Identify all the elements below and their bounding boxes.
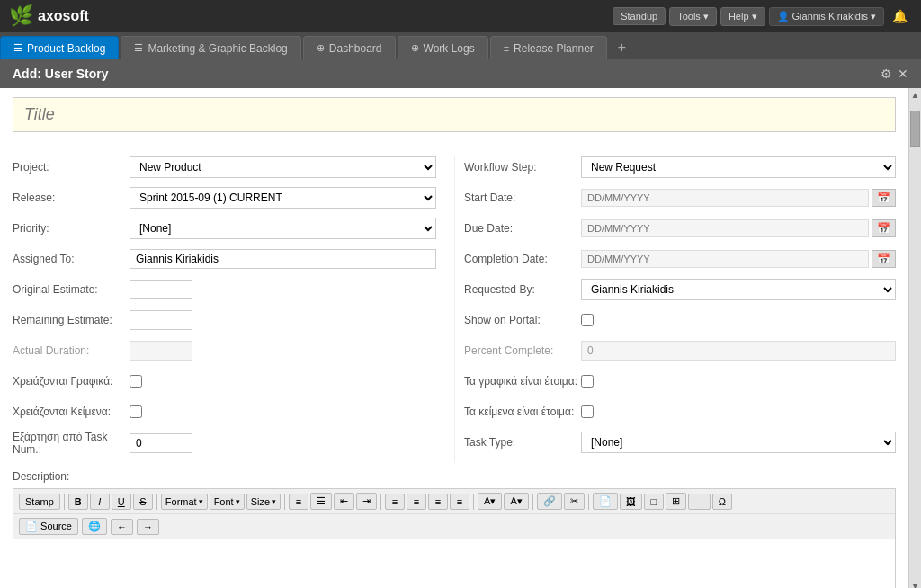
- help-button[interactable]: Help ▾: [720, 7, 765, 26]
- align-left-button[interactable]: ≡: [385, 494, 405, 510]
- settings-icon[interactable]: ⚙: [881, 67, 892, 81]
- tab-dashboard[interactable]: ⊕ Dashboard: [303, 36, 396, 59]
- tab-marketing-backlog[interactable]: ☰ Marketing & Graphic Backlog: [121, 36, 300, 59]
- align-right-button[interactable]: ≡: [450, 494, 469, 510]
- strikethrough-button[interactable]: S: [133, 494, 153, 510]
- χρειαζονται-κειμενα-label: Χρειάζονται Κείμενα:: [13, 405, 130, 418]
- align-justify-button[interactable]: ≡: [428, 494, 448, 510]
- insert-table-button[interactable]: ⊞: [666, 493, 686, 510]
- product-backlog-tab-icon: ☰: [13, 42, 22, 54]
- show-portal-checkbox[interactable]: [581, 314, 594, 326]
- χρειαζονται-γραφικα-checkbox[interactable]: [130, 375, 142, 388]
- insert-line-button[interactable]: —: [688, 494, 711, 510]
- remaining-estimate-input[interactable]: [130, 310, 192, 330]
- actual-duration-label: Actual Duration:: [13, 344, 130, 357]
- εξαρτηση-input[interactable]: [130, 433, 192, 453]
- underline-button[interactable]: U: [112, 494, 131, 510]
- due-date-input[interactable]: [581, 219, 869, 237]
- indent-button[interactable]: ⇥: [356, 493, 377, 510]
- τα-γραφικα-checkbox[interactable]: [581, 375, 594, 388]
- notifications-bell-icon[interactable]: 🔔: [888, 7, 912, 25]
- forward-button[interactable]: →: [137, 519, 159, 535]
- work-logs-tab-icon: ⊕: [411, 42, 419, 54]
- globe-button[interactable]: 🌐: [82, 518, 107, 535]
- bold-button[interactable]: B: [68, 494, 88, 510]
- tab-work-logs[interactable]: ⊕ Work Logs: [398, 36, 488, 59]
- ordered-list-button[interactable]: ≡: [289, 494, 308, 510]
- insert-box-button[interactable]: □: [644, 494, 664, 510]
- font-dropdown[interactable]: Font: [210, 494, 245, 510]
- task-type-select[interactable]: [None]: [581, 432, 896, 453]
- percent-complete-input: [581, 341, 896, 361]
- title-section: [0, 88, 908, 150]
- tab-product-backlog[interactable]: ☰ Product Backlog: [0, 36, 119, 59]
- requested-by-row: Requested By: Giannis Kiriakidis: [464, 278, 896, 301]
- project-select[interactable]: New Product: [130, 156, 436, 178]
- toolbar-sep-7: [588, 494, 589, 510]
- start-date-input[interactable]: [581, 189, 869, 207]
- toolbar-sep-1: [64, 494, 65, 510]
- logo-icon: 🌿: [9, 4, 33, 28]
- start-date-calendar-icon[interactable]: 📅: [872, 189, 896, 207]
- tab-dashboard-label: Dashboard: [329, 42, 382, 55]
- tab-product-backlog-label: Product Backlog: [27, 42, 105, 55]
- page-content: Add: User Story ⚙ ✕ Project: New Product: [0, 59, 921, 588]
- link-button[interactable]: 🔗: [537, 493, 562, 510]
- size-dropdown[interactable]: Size: [246, 494, 281, 510]
- priority-label: Priority:: [13, 222, 130, 235]
- τα-κειμενα-checkbox[interactable]: [581, 405, 594, 418]
- workflow-select[interactable]: New Request: [581, 156, 896, 178]
- source-button[interactable]: 📄 Source: [19, 518, 78, 535]
- release-select[interactable]: Sprint 2015-09 (1) CURRENT: [130, 187, 436, 209]
- show-portal-row: Show on Portal:: [464, 308, 896, 332]
- actual-duration-row: Actual Duration:: [13, 339, 436, 362]
- εξαρτηση-label: Εξάρτηση από Task Num.:: [13, 431, 130, 456]
- close-icon[interactable]: ✕: [898, 67, 908, 81]
- completion-date-calendar-icon[interactable]: 📅: [872, 250, 896, 268]
- toolbar-sep-5: [473, 494, 474, 510]
- tools-button[interactable]: Tools ▾: [669, 7, 717, 26]
- user-icon: 👤: [777, 11, 790, 22]
- tab-bar: ☰ Product Backlog ☰ Marketing & Graphic …: [0, 32, 921, 59]
- side-scrollbar[interactable]: ▲ ▼: [908, 88, 921, 588]
- add-tab-button[interactable]: +: [609, 40, 635, 56]
- back-button[interactable]: ←: [111, 519, 133, 535]
- requested-by-select[interactable]: Giannis Kiriakidis: [581, 279, 896, 300]
- toolbar-sep-3: [284, 494, 285, 510]
- font-color-button[interactable]: A▾: [478, 493, 502, 510]
- scroll-up-arrow[interactable]: ▲: [911, 88, 920, 102]
- highlight-button[interactable]: A▾: [504, 493, 528, 510]
- stamp-button[interactable]: Stamp: [19, 494, 60, 510]
- unlink-button[interactable]: ✂: [564, 493, 585, 510]
- insert-file-button[interactable]: 📄: [593, 493, 618, 510]
- standup-button[interactable]: Standup: [613, 7, 666, 25]
- release-planner-tab-icon: ≡: [504, 43, 509, 54]
- user-menu-button[interactable]: 👤 Giannis Kiriakidis ▾: [769, 7, 885, 26]
- assigned-to-input[interactable]: [130, 249, 436, 269]
- outdent-button[interactable]: ⇤: [334, 493, 354, 510]
- scroll-down-arrow[interactable]: ▼: [911, 579, 920, 588]
- toolbar-sep-2: [156, 494, 157, 510]
- due-date-group: 📅: [581, 219, 896, 237]
- italic-button[interactable]: I: [90, 494, 110, 510]
- original-estimate-input[interactable]: [130, 280, 192, 299]
- completion-date-input[interactable]: [581, 250, 869, 268]
- scroll-thumb[interactable]: [910, 111, 920, 147]
- χρειαζονται-κειμενα-checkbox[interactable]: [130, 405, 142, 418]
- align-center-button[interactable]: ≡: [407, 494, 426, 510]
- insert-special-button[interactable]: Ω: [712, 494, 732, 510]
- priority-select[interactable]: [None]: [130, 218, 436, 239]
- editor-body[interactable]: [13, 539, 896, 588]
- unordered-list-button[interactable]: ☰: [310, 493, 332, 510]
- insert-image-button[interactable]: 🖼: [620, 494, 642, 510]
- completion-date-label: Completion Date:: [464, 253, 581, 265]
- assigned-to-label: Assigned To:: [13, 253, 130, 265]
- tab-release-planner[interactable]: ≡ Release Planner: [490, 36, 607, 59]
- completion-date-row: Completion Date: 📅: [464, 247, 896, 271]
- title-input[interactable]: [13, 97, 896, 132]
- main-wrapper: Project: New Product Release: Sprint 201…: [0, 88, 921, 588]
- due-date-calendar-icon[interactable]: 📅: [872, 219, 896, 237]
- editor-toolbar-row2: 📄 Source 🌐 ← →: [13, 513, 896, 539]
- workflow-row: Workflow Step: New Request: [464, 156, 896, 179]
- format-dropdown[interactable]: Format: [161, 494, 208, 510]
